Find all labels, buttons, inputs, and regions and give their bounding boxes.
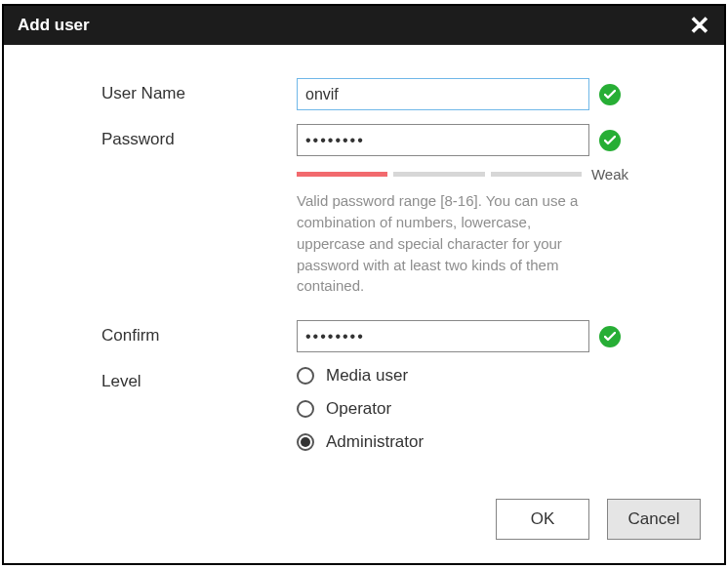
password-field-line bbox=[297, 124, 675, 156]
radio-label-media-user: Media user bbox=[326, 366, 408, 386]
password-label: Password bbox=[101, 124, 297, 149]
confirm-field-line bbox=[297, 320, 675, 352]
check-icon bbox=[599, 84, 621, 105]
check-icon bbox=[599, 130, 621, 151]
radio-icon bbox=[297, 367, 314, 385]
row-confirm: Confirm bbox=[101, 320, 675, 352]
check-icon bbox=[599, 326, 621, 347]
radio-icon bbox=[297, 433, 314, 451]
confirm-label: Confirm bbox=[101, 320, 297, 345]
username-field-line bbox=[297, 78, 675, 110]
username-label: User Name bbox=[101, 78, 297, 103]
radio-operator[interactable]: Operator bbox=[297, 399, 675, 419]
password-hint: Valid password range [8-16]. You can use… bbox=[297, 190, 599, 297]
strength-bar-3 bbox=[491, 172, 582, 177]
ok-button[interactable]: OK bbox=[496, 499, 589, 540]
cancel-button[interactable]: Cancel bbox=[607, 499, 701, 540]
radio-label-operator: Operator bbox=[326, 399, 391, 419]
strength-label: Weak bbox=[591, 166, 628, 183]
radio-label-administrator: Administrator bbox=[326, 432, 424, 452]
strength-bar-2 bbox=[393, 172, 484, 177]
add-user-dialog: Add user ✕ User Name Password bbox=[2, 4, 726, 565]
username-field-col bbox=[297, 78, 675, 110]
confirm-input[interactable] bbox=[297, 320, 589, 352]
password-strength-meter: Weak bbox=[297, 166, 628, 183]
level-label: Level bbox=[101, 366, 297, 391]
dialog-content: User Name Password bbox=[4, 45, 724, 485]
strength-bar-1 bbox=[297, 172, 387, 177]
row-password: Password Weak Valid password range [8-16… bbox=[101, 124, 675, 306]
password-field-col: Weak Valid password range [8-16]. You ca… bbox=[297, 124, 675, 306]
radio-icon bbox=[297, 400, 314, 418]
password-input[interactable] bbox=[297, 124, 589, 156]
row-username: User Name bbox=[101, 78, 675, 110]
titlebar: Add user ✕ bbox=[4, 6, 724, 45]
username-input[interactable] bbox=[297, 78, 589, 110]
confirm-field-col bbox=[297, 320, 675, 352]
row-level: Level Media user Operator Administrator bbox=[101, 366, 675, 452]
level-field-col: Media user Operator Administrator bbox=[297, 366, 675, 452]
close-icon[interactable]: ✕ bbox=[689, 13, 710, 38]
radio-media-user[interactable]: Media user bbox=[297, 366, 675, 386]
dialog-title: Add user bbox=[18, 16, 689, 35]
dialog-footer: OK Cancel bbox=[4, 485, 724, 563]
radio-administrator[interactable]: Administrator bbox=[297, 432, 675, 452]
level-radio-group: Media user Operator Administrator bbox=[297, 366, 675, 452]
